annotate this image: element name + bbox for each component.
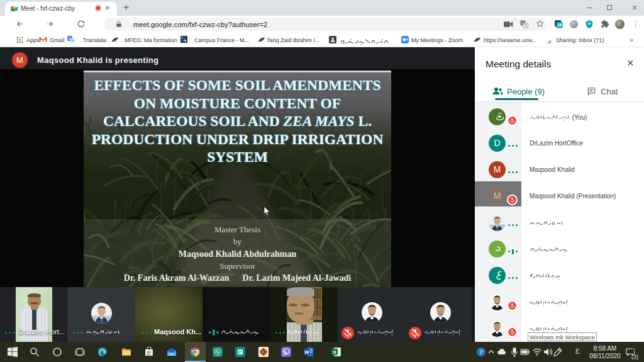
- svg-text:W: W: [304, 349, 309, 355]
- svg-text:X: X: [333, 349, 336, 355]
- svg-text:?: ?: [480, 349, 483, 356]
- svg-text:G: G: [69, 37, 71, 40]
